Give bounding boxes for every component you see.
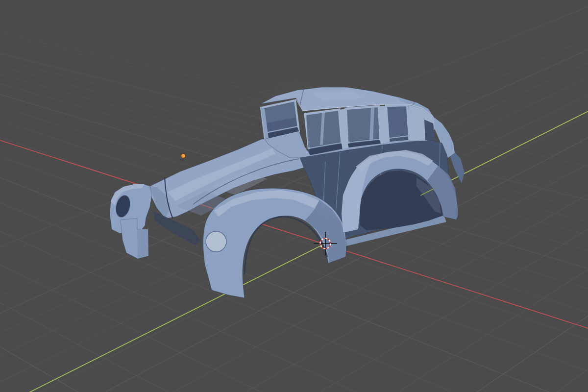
viewport-canvas[interactable] <box>0 0 588 392</box>
3d-viewport[interactable] <box>0 0 588 392</box>
object-origin-dot <box>181 154 186 158</box>
fender-mount-hole <box>206 231 226 252</box>
rear-window-upper <box>347 107 379 142</box>
origin-dot-icon <box>181 154 186 158</box>
quarter-window-upper <box>387 106 408 137</box>
front-apron-shade <box>137 229 148 259</box>
